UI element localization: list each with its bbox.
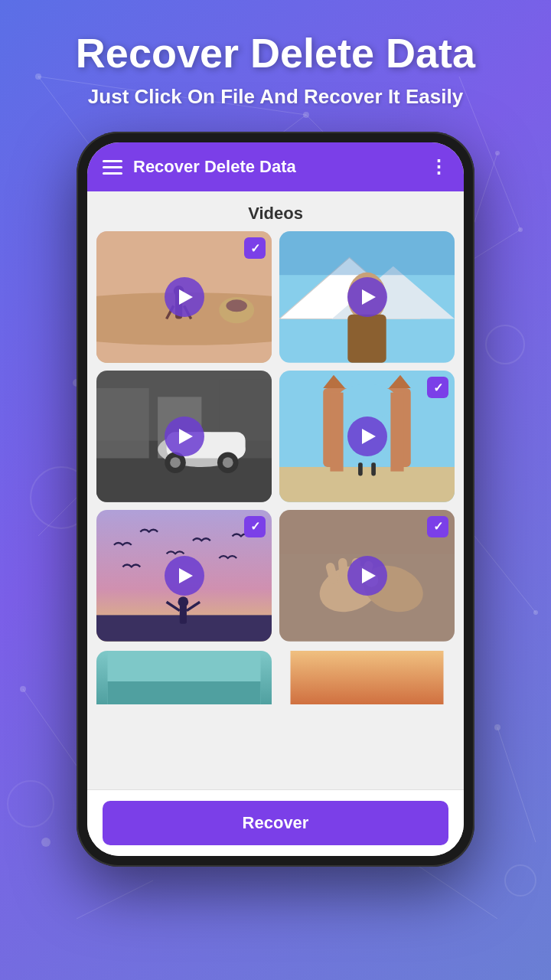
play-button-1[interactable]	[165, 277, 204, 317]
video-item-7-partial[interactable]	[96, 651, 272, 704]
play-button-6[interactable]	[347, 556, 387, 596]
svg-point-20	[495, 151, 500, 155]
svg-point-29	[486, 325, 524, 364]
svg-point-54	[170, 457, 181, 468]
svg-rect-63	[390, 393, 403, 472]
svg-rect-43	[279, 231, 455, 275]
svg-point-27	[494, 724, 500, 730]
svg-point-35	[226, 300, 246, 312]
phone-outer-frame: Recover Delete Data ⋮ Videos	[77, 132, 474, 867]
svg-line-13	[497, 727, 536, 842]
video-grid	[87, 231, 464, 650]
more-options-button[interactable]: ⋮	[429, 156, 448, 178]
svg-rect-62	[330, 393, 343, 472]
app-bar-title: Recover Delete Data	[133, 157, 429, 177]
svg-point-26	[41, 838, 51, 847]
play-button-3[interactable]	[165, 416, 204, 456]
check-badge-4	[427, 377, 448, 398]
video-item-1[interactable]	[96, 231, 272, 363]
svg-line-14	[77, 880, 153, 919]
svg-point-61	[336, 384, 397, 419]
app-bar: Recover Delete Data ⋮	[87, 142, 464, 191]
check-badge-1	[244, 237, 266, 259]
svg-point-30	[8, 781, 54, 827]
svg-rect-48	[96, 388, 149, 459]
check-badge-6	[427, 516, 448, 537]
header-section: Recover Delete Data Just Click On File A…	[0, 0, 551, 124]
phone-mockup: Recover Delete Data ⋮ Videos	[77, 132, 474, 867]
video-item-2[interactable]	[279, 231, 455, 363]
svg-line-11	[474, 536, 536, 612]
svg-rect-58	[279, 467, 455, 502]
svg-line-12	[23, 689, 77, 766]
svg-rect-67	[371, 462, 376, 475]
svg-point-24	[20, 686, 26, 692]
video-item-4[interactable]	[279, 371, 455, 502]
svg-rect-84	[108, 681, 261, 704]
video-item-8-partial[interactable]	[279, 651, 455, 704]
svg-point-31	[505, 865, 536, 896]
sub-title: Just Click On File And Recover It Easily	[15, 85, 536, 109]
check-badge-5	[244, 516, 266, 537]
play-button-2[interactable]	[347, 277, 387, 317]
video-item-5[interactable]	[96, 510, 272, 642]
video-item-6[interactable]	[279, 510, 455, 642]
main-title: Recover Delete Data	[15, 31, 536, 76]
svg-point-71	[178, 596, 188, 607]
svg-rect-66	[358, 462, 363, 475]
svg-point-23	[518, 227, 523, 232]
recover-button[interactable]: Recover	[103, 801, 448, 845]
partial-video-row	[87, 651, 464, 704]
svg-point-56	[223, 457, 233, 468]
section-title: Videos	[87, 191, 464, 231]
hamburger-menu-button[interactable]	[103, 160, 122, 175]
play-button-4[interactable]	[347, 416, 387, 456]
video-item-3[interactable]	[96, 371, 272, 502]
svg-rect-45	[347, 315, 386, 363]
svg-point-25	[533, 610, 538, 615]
play-button-5[interactable]	[165, 556, 204, 596]
svg-rect-70	[180, 605, 187, 624]
content-area: Videos	[87, 191, 464, 789]
svg-rect-85	[291, 651, 444, 704]
bottom-bar: Recover	[87, 789, 464, 856]
phone-screen: Recover Delete Data ⋮ Videos	[87, 142, 464, 856]
